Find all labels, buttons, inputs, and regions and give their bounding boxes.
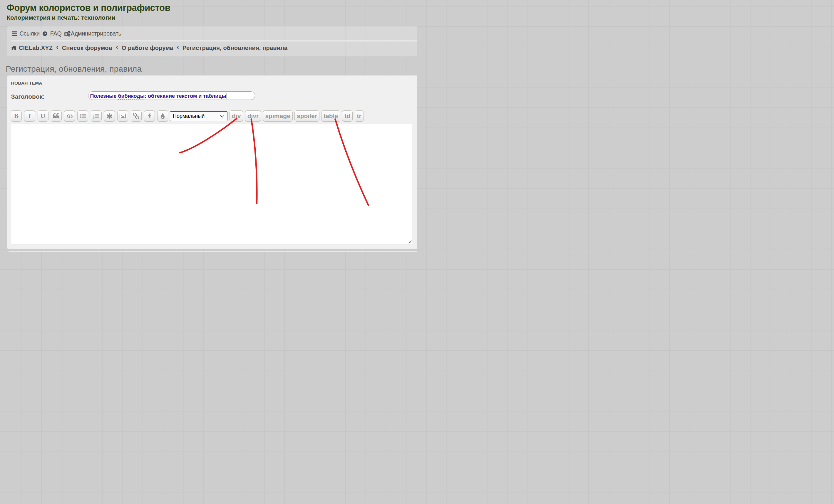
svg-text:3: 3 <box>93 117 95 119</box>
svg-text:?: ? <box>44 32 46 35</box>
